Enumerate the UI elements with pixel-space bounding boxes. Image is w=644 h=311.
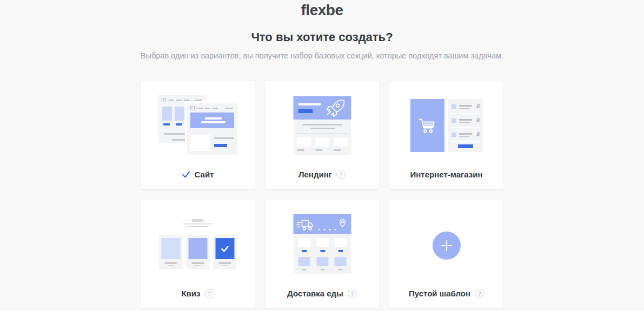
text-line	[187, 226, 208, 227]
hero-banner	[190, 113, 234, 128]
image-placeholder	[190, 135, 210, 151]
card-food-delivery[interactable]: Доставка еды ?	[265, 200, 379, 308]
card-label: Пустой шаблон	[409, 289, 470, 298]
text-line	[298, 103, 321, 105]
card-label-row: Лендинг ?	[265, 170, 379, 179]
blank-template-illustration	[433, 231, 461, 260]
placeholder-box	[175, 107, 184, 121]
page-body	[293, 120, 351, 155]
card-blank-template[interactable]: Пустой шаблон ?	[389, 200, 503, 308]
card-label-row: Сайт	[141, 170, 255, 179]
quiz-illustration	[159, 219, 236, 269]
card-quiz[interactable]: Квиз ?	[141, 200, 255, 308]
rocket-icon	[324, 98, 345, 117]
option-image	[161, 238, 180, 259]
card-landing[interactable]: Лендинг ?	[265, 81, 379, 189]
text-line	[320, 269, 324, 270]
site-illustration	[158, 95, 237, 155]
dish-placeholder	[316, 238, 328, 247]
text-line	[191, 262, 204, 264]
menu-grid	[293, 234, 351, 274]
text-line	[459, 119, 472, 121]
text-line	[221, 265, 228, 266]
text-line	[459, 105, 472, 107]
text-line	[214, 137, 234, 139]
text-line	[315, 149, 322, 151]
onboarding-screen: flexbe Что вы хотите создать? Выбрав оди…	[0, 0, 644, 311]
ruble-icon: ₽	[476, 118, 480, 123]
card-site[interactable]: Сайт	[141, 81, 255, 189]
flexbe-logo: flexbe	[0, 2, 644, 19]
button-placeholder	[298, 109, 313, 113]
help-icon[interactable]: ?	[348, 289, 357, 298]
product-thumb	[452, 118, 456, 123]
card-label: Доставка еды	[287, 289, 343, 298]
text-line	[183, 223, 213, 224]
food-delivery-illustration	[293, 214, 351, 274]
help-icon[interactable]: ?	[336, 170, 346, 179]
quiz-option	[159, 235, 182, 269]
product-thumb	[452, 133, 456, 137]
card-label: Квиз	[181, 289, 200, 298]
store-hero-panel	[410, 99, 444, 152]
price-line	[302, 250, 307, 252]
route-dot	[329, 229, 330, 230]
text-line	[459, 108, 470, 109]
menu-line	[225, 108, 233, 109]
menu-line	[176, 100, 182, 101]
browser-logo-icon	[190, 106, 195, 110]
image-placeholder	[334, 137, 347, 147]
text-line	[302, 124, 342, 125]
text-line	[310, 128, 335, 129]
menu-line	[213, 108, 218, 109]
browser-logo-icon	[162, 98, 166, 102]
text-line	[167, 265, 174, 266]
text-line	[302, 269, 306, 270]
plus-icon	[440, 239, 454, 253]
site-front-page	[187, 103, 237, 155]
divider	[450, 113, 480, 114]
text-line	[334, 149, 341, 151]
divider	[450, 141, 480, 142]
delivery-banner	[293, 214, 351, 234]
location-pin-icon	[339, 219, 346, 230]
route-dot	[323, 229, 325, 230]
help-icon[interactable]: ?	[475, 289, 484, 298]
card-label-row: Доставка еды ?	[265, 289, 379, 298]
text-line	[172, 139, 187, 141]
button-placeholder	[458, 144, 473, 148]
dish-placeholder	[334, 238, 346, 247]
card-label: Интернет-магазин	[410, 170, 483, 179]
dish-placeholder	[316, 257, 328, 266]
delivery-truck-icon	[296, 218, 316, 231]
page-subtitle: Выбрав один из вариантов, вы получите на…	[0, 51, 644, 61]
menu-line	[169, 100, 174, 101]
text-line	[205, 117, 222, 120]
option-image	[215, 238, 234, 259]
card-label: Лендинг	[298, 170, 332, 179]
card-online-store[interactable]: ₽ ₽ ₽ Интернет-магазин	[389, 81, 503, 189]
card-label-row: Квиз ?	[141, 289, 255, 298]
button-placeholder	[163, 123, 170, 125]
placeholder-box	[162, 107, 172, 121]
product-list-panel: ₽ ₽ ₽	[448, 99, 483, 152]
dish-placeholder	[334, 257, 346, 266]
text-line	[459, 122, 470, 123]
selected-check-icon	[182, 171, 190, 178]
quiz-option-selected	[213, 235, 236, 269]
ruble-icon: ₽	[476, 104, 480, 109]
help-icon[interactable]: ?	[205, 289, 214, 298]
card-label: Сайт	[195, 170, 214, 179]
price-line	[320, 250, 325, 252]
button-placeholder	[176, 123, 182, 125]
product-thumb	[452, 104, 456, 109]
option-image	[188, 238, 207, 259]
dish-placeholder	[298, 238, 310, 247]
text-line	[164, 262, 177, 264]
quiz-option	[186, 235, 209, 269]
menu-line	[184, 100, 189, 101]
card-label-row: Интернет-магазин	[389, 170, 503, 179]
cart-icon	[417, 117, 437, 134]
page-title: Что вы хотите создать?	[0, 30, 644, 45]
divider	[297, 133, 347, 134]
